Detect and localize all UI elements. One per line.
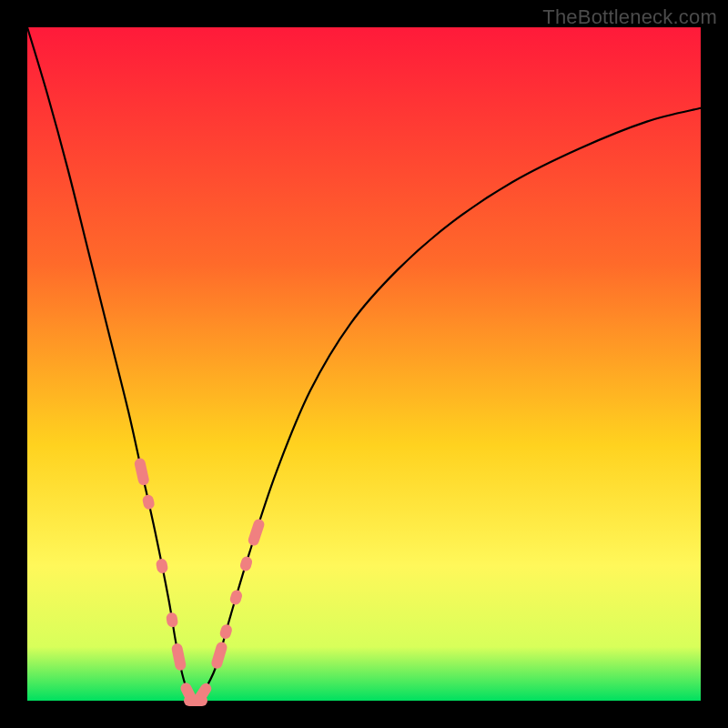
curve-marker: [166, 612, 179, 628]
curve-marker: [210, 641, 228, 670]
curve-marker: [247, 518, 266, 547]
curve-marker: [238, 555, 253, 572]
curve-marker: [134, 457, 150, 486]
chart-svg: [27, 27, 701, 701]
curve-marker: [142, 494, 156, 511]
curve-marker: [156, 558, 169, 574]
curve-marker: [228, 589, 243, 606]
curve-marker: [218, 623, 233, 641]
curve-marker: [171, 642, 187, 672]
outer-frame: TheBottleneck.com: [0, 0, 728, 728]
plot-area: [27, 27, 701, 701]
curve-markers: [134, 457, 266, 706]
watermark-text: TheBottleneck.com: [542, 5, 717, 29]
bottleneck-curve: [27, 27, 701, 701]
